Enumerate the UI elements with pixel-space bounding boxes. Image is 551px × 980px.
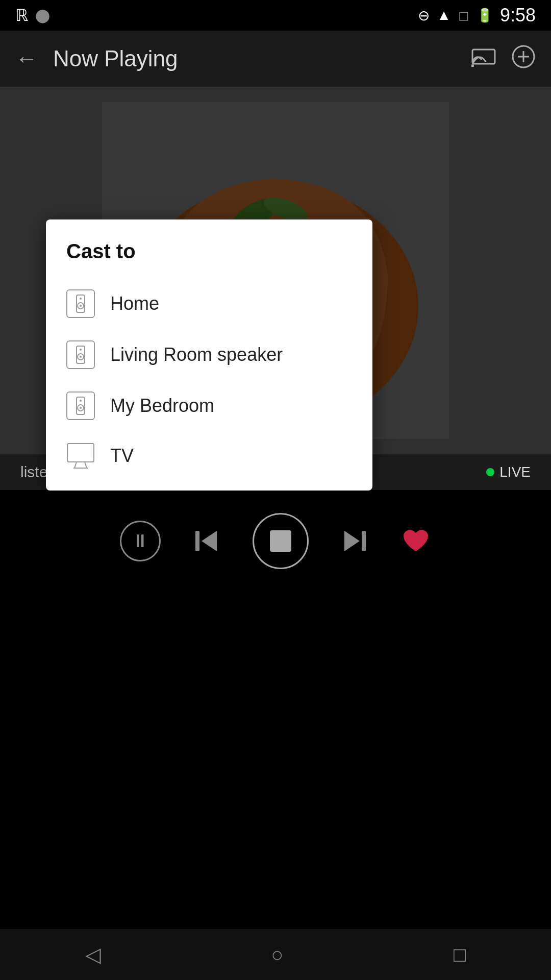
svg-point-13: [80, 298, 82, 300]
nav-back-button[interactable]: ◁: [85, 943, 101, 966]
cast-item-home-label: Home: [110, 293, 159, 314]
pause-icon: ⏸: [131, 530, 149, 552]
battery-icon: 🔋: [477, 8, 493, 23]
speaker-icon-home: [66, 289, 95, 318]
next-button[interactable]: [339, 526, 370, 556]
svg-marker-26: [202, 531, 217, 551]
stop-icon: [270, 530, 291, 552]
svg-rect-27: [195, 531, 199, 551]
svg-marker-28: [344, 531, 360, 551]
cast-item-tv-label: TV: [110, 445, 134, 467]
page-title: Now Playing: [53, 46, 471, 71]
add-playlist-button[interactable]: [511, 44, 536, 74]
svg-point-20: [80, 407, 82, 409]
tv-icon-wrap: [66, 443, 95, 469]
app-bar-actions: [471, 44, 536, 74]
cast-item-living-room-label: Living Room speaker: [110, 344, 283, 365]
svg-point-17: [80, 349, 82, 351]
cast-dialog-title: Cast to: [46, 240, 372, 278]
cast-item-bedroom[interactable]: My Bedroom: [46, 380, 372, 431]
svg-line-24: [85, 462, 87, 468]
live-label: LIVE: [499, 464, 531, 480]
svg-point-21: [80, 400, 82, 402]
cast-item-tv[interactable]: TV: [46, 431, 372, 480]
speaker-icon-living-room: [66, 340, 95, 369]
svg-point-16: [80, 356, 82, 358]
svg-rect-22: [67, 444, 94, 462]
svg-point-12: [80, 305, 82, 307]
svg-point-1: [471, 64, 474, 67]
svg-rect-29: [362, 531, 366, 551]
bottom-navigation: ◁ ○ □: [0, 929, 551, 980]
cast-dialog: Cast to Home Living Room speaker: [46, 219, 372, 491]
favorite-button[interactable]: [400, 526, 431, 556]
back-button[interactable]: ←: [15, 47, 38, 70]
status-bar-left: ℝ ⬤: [15, 6, 50, 25]
bottom-spacer: [0, 592, 551, 868]
player-controls: ⏸: [0, 490, 551, 592]
nav-recents-button[interactable]: □: [454, 943, 466, 966]
status-time: 9:58: [500, 5, 536, 26]
cast-button[interactable]: [471, 46, 496, 71]
cast-item-home[interactable]: Home: [46, 278, 372, 329]
sim-icon: ◻: [458, 8, 469, 23]
status-bar-right: ⊖ ▲ ◻ 🔋 9:58: [418, 5, 536, 26]
speaker-icon-bedroom: [66, 391, 95, 420]
wifi-icon: ▲: [437, 7, 451, 23]
dnd-icon: ⊖: [418, 7, 430, 24]
stop-button[interactable]: [253, 513, 309, 569]
previous-button[interactable]: [191, 526, 222, 556]
status-bar: ℝ ⬤ ⊖ ▲ ◻ 🔋 9:58: [0, 0, 551, 31]
circle-status-icon: ⬤: [35, 8, 50, 23]
app-logo-icon: ℝ: [15, 6, 28, 25]
live-indicator-dot: [486, 468, 494, 476]
svg-line-23: [74, 462, 77, 468]
svg-rect-0: [472, 50, 495, 64]
live-badge: LIVE: [486, 464, 531, 480]
cast-item-bedroom-label: My Bedroom: [110, 395, 214, 416]
pause-button[interactable]: ⏸: [120, 521, 161, 561]
app-bar: ← Now Playing: [0, 31, 551, 87]
nav-home-button[interactable]: ○: [271, 943, 283, 966]
cast-item-living-room[interactable]: Living Room speaker: [46, 329, 372, 380]
